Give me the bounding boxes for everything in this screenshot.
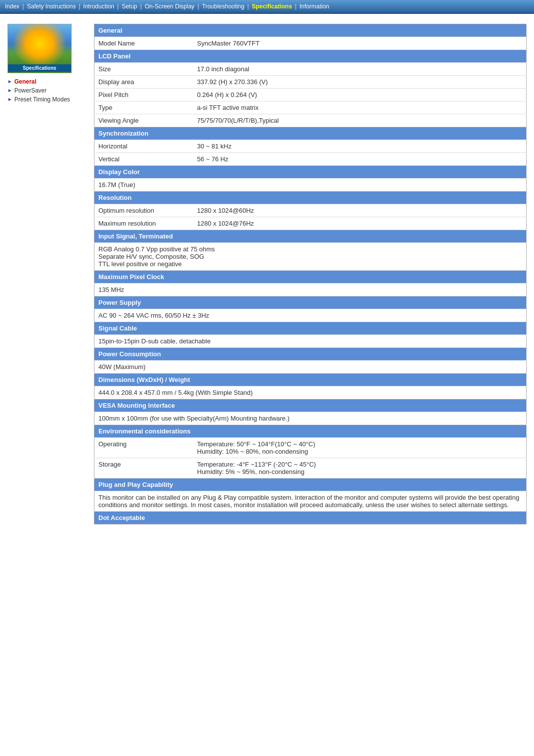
spec-table: GeneralModel NameSyncMaster 760VTFTLCD P… bbox=[94, 24, 527, 524]
sidebar: Specifications ► General ► PowerSaver ► … bbox=[7, 24, 84, 524]
spec-label: Size bbox=[94, 63, 193, 76]
nav-osd[interactable]: On-Screen Display bbox=[145, 3, 195, 10]
section-header: Dimensions (WxDxH) / Weight bbox=[94, 374, 527, 386]
sidebar-label-powersaver: PowerSaver bbox=[14, 87, 46, 94]
spec-label: Optimum resolution bbox=[94, 204, 193, 217]
section-header: Power Consumption bbox=[94, 348, 527, 361]
sidebar-item-powersaver[interactable]: ► PowerSaver bbox=[7, 87, 84, 94]
section-header: Resolution bbox=[94, 191, 527, 204]
spec-full-value: 135 MHz bbox=[94, 284, 527, 296]
arrow-icon: ► bbox=[7, 79, 12, 84]
nav-setup[interactable]: Setup bbox=[122, 3, 137, 10]
spec-value: SyncMaster 760VTFT bbox=[193, 37, 527, 50]
spec-value: a-si TFT active matrix bbox=[193, 101, 527, 114]
spec-label: Model Name bbox=[94, 37, 193, 50]
spec-value: 56 ~ 76 Hz bbox=[193, 153, 527, 166]
spec-value: 0.264 (H) x 0.264 (V) bbox=[193, 89, 527, 101]
nav-index[interactable]: Index bbox=[5, 3, 19, 10]
spec-full-value: 40W (Maximum) bbox=[94, 361, 527, 374]
sidebar-label-general: General bbox=[14, 78, 37, 85]
spec-label: Operating bbox=[94, 438, 193, 458]
spec-value: Temperature: -4°F ~113°F (-20°C ~ 45°C)H… bbox=[193, 458, 527, 478]
section-header: Maximum Pixel Clock bbox=[94, 271, 527, 284]
spec-label: Display area bbox=[94, 76, 193, 89]
spec-value: 1280 x 1024@76Hz bbox=[193, 217, 527, 230]
spec-label: Horizontal bbox=[94, 140, 193, 153]
sidebar-item-general[interactable]: ► General bbox=[7, 78, 84, 85]
main-container: Specifications ► General ► PowerSaver ► … bbox=[0, 14, 534, 534]
spec-value: 75/75/70/70(L/R/T/B),Typical bbox=[193, 114, 527, 127]
spec-full-value: 100mm x 100mm (for use with Specialty(Ar… bbox=[94, 412, 527, 425]
spec-label: Viewing Angle bbox=[94, 114, 193, 127]
spec-value: Temperature: 50°F ~ 104°F(10°C ~ 40°C)Hu… bbox=[193, 438, 527, 458]
navigation-bar: Index | Safety Instructions | Introducti… bbox=[0, 0, 534, 14]
spec-full-value: AC 90 ~ 264 VAC rms, 60/50 Hz ± 3Hz bbox=[94, 309, 527, 322]
sidebar-logo-text: Specifications bbox=[8, 64, 71, 72]
content-area: GeneralModel NameSyncMaster 760VTFTLCD P… bbox=[94, 24, 527, 524]
section-header: Display Color bbox=[94, 166, 527, 179]
nav-introduction[interactable]: Introduction bbox=[83, 3, 114, 10]
section-header: General bbox=[94, 24, 527, 37]
spec-full-value: RGB Analog 0.7 Vpp positive at 75 ohmsSe… bbox=[94, 243, 527, 271]
section-header: Dot Acceptable bbox=[94, 512, 527, 524]
sidebar-logo: Specifications bbox=[7, 24, 72, 73]
section-header: Power Supply bbox=[94, 296, 527, 309]
spec-full-value: 15pin-to-15pin D-sub cable, detachable bbox=[94, 335, 527, 348]
nav-information[interactable]: Information bbox=[300, 3, 329, 10]
spec-label: Vertical bbox=[94, 153, 193, 166]
spec-value: 30 ~ 81 kHz bbox=[193, 140, 527, 153]
spec-label: Maximum resolution bbox=[94, 217, 193, 230]
spec-label: Storage bbox=[94, 458, 193, 478]
spec-value: 337.92 (H) x 270.336 (V) bbox=[193, 76, 527, 89]
spec-label: Pixel Pitch bbox=[94, 89, 193, 101]
nav-troubleshooting[interactable]: Troubleshooting bbox=[202, 3, 245, 10]
section-header: Signal Cable bbox=[94, 322, 527, 335]
spec-full-value: 444.0 x 208.4 x 457.0 mm / 5.4kg (With S… bbox=[94, 386, 527, 399]
arrow-icon: ► bbox=[7, 88, 12, 93]
sidebar-label-preset: Preset Timing Modes bbox=[14, 96, 70, 103]
spec-label: Type bbox=[94, 101, 193, 114]
section-header: Environmental considerations bbox=[94, 425, 527, 438]
nav-specifications[interactable]: Specifications bbox=[252, 3, 292, 10]
spec-value: 17.0 inch diagonal bbox=[193, 63, 527, 76]
section-header: Plug and Play Capability bbox=[94, 478, 527, 491]
spec-full-value: This monitor can be installed on any Plu… bbox=[94, 491, 527, 512]
arrow-icon: ► bbox=[7, 96, 12, 102]
section-header: Synchronization bbox=[94, 127, 527, 140]
nav-safety[interactable]: Safety Instructions bbox=[27, 3, 76, 10]
section-header: VESA Mounting Interface bbox=[94, 399, 527, 412]
spec-value: 1280 x 1024@60Hz bbox=[193, 204, 527, 217]
spec-full-value: 16.7M (True) bbox=[94, 179, 527, 191]
section-header: Input Signal, Terminated bbox=[94, 230, 527, 243]
section-header: LCD Panel bbox=[94, 50, 527, 63]
sidebar-item-preset[interactable]: ► Preset Timing Modes bbox=[7, 96, 84, 103]
